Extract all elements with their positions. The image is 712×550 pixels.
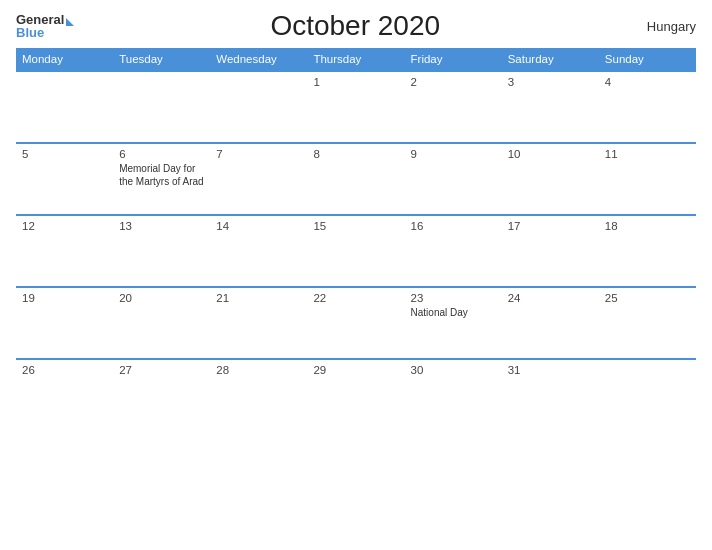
day-number: 22 [313, 292, 398, 304]
calendar-header-row: Monday Tuesday Wednesday Thursday Friday… [16, 48, 696, 71]
day-number: 1 [313, 76, 398, 88]
table-row: 23National Day [405, 287, 502, 359]
table-row: 28 [210, 359, 307, 431]
day-number: 9 [411, 148, 496, 160]
table-row: 2 [405, 71, 502, 143]
table-row: 10 [502, 143, 599, 215]
day-number: 12 [22, 220, 107, 232]
table-row [113, 71, 210, 143]
table-row: 9 [405, 143, 502, 215]
day-number: 19 [22, 292, 107, 304]
day-number: 29 [313, 364, 398, 376]
calendar-row: 1234 [16, 71, 696, 143]
day-number: 31 [508, 364, 593, 376]
table-row: 15 [307, 215, 404, 287]
day-number: 4 [605, 76, 690, 88]
day-number: 24 [508, 292, 593, 304]
table-row: 20 [113, 287, 210, 359]
table-row: 19 [16, 287, 113, 359]
calendar-row: 12131415161718 [16, 215, 696, 287]
table-row: 11 [599, 143, 696, 215]
day-number: 28 [216, 364, 301, 376]
table-row: 5 [16, 143, 113, 215]
logo-triangle-icon [66, 18, 74, 26]
country-label: Hungary [636, 19, 696, 34]
day-number: 11 [605, 148, 690, 160]
table-row: 7 [210, 143, 307, 215]
day-number: 18 [605, 220, 690, 232]
logo-blue: Blue [16, 26, 44, 39]
day-number: 21 [216, 292, 301, 304]
table-row: 3 [502, 71, 599, 143]
calendar-row: 1920212223National Day2425 [16, 287, 696, 359]
day-number: 3 [508, 76, 593, 88]
table-row [210, 71, 307, 143]
day-number: 17 [508, 220, 593, 232]
calendar-row: 262728293031 [16, 359, 696, 431]
table-row [599, 359, 696, 431]
table-row: 18 [599, 215, 696, 287]
table-row: 12 [16, 215, 113, 287]
day-number: 30 [411, 364, 496, 376]
table-row: 16 [405, 215, 502, 287]
day-number: 5 [22, 148, 107, 160]
table-row: 21 [210, 287, 307, 359]
day-number: 10 [508, 148, 593, 160]
day-number: 6 [119, 148, 204, 160]
table-row: 26 [16, 359, 113, 431]
page-header: General Blue October 2020 Hungary [16, 10, 696, 42]
event-label: National Day [411, 306, 496, 319]
col-tuesday: Tuesday [113, 48, 210, 71]
col-saturday: Saturday [502, 48, 599, 71]
day-number: 7 [216, 148, 301, 160]
table-row: 30 [405, 359, 502, 431]
table-row: 17 [502, 215, 599, 287]
table-row: 14 [210, 215, 307, 287]
table-row: 25 [599, 287, 696, 359]
day-number: 2 [411, 76, 496, 88]
col-thursday: Thursday [307, 48, 404, 71]
table-row [16, 71, 113, 143]
table-row: 24 [502, 287, 599, 359]
page-title: October 2020 [74, 10, 636, 42]
table-row: 4 [599, 71, 696, 143]
day-number: 14 [216, 220, 301, 232]
table-row: 8 [307, 143, 404, 215]
col-wednesday: Wednesday [210, 48, 307, 71]
col-friday: Friday [405, 48, 502, 71]
day-number: 20 [119, 292, 204, 304]
day-number: 13 [119, 220, 204, 232]
day-number: 25 [605, 292, 690, 304]
table-row: 13 [113, 215, 210, 287]
table-row: 1 [307, 71, 404, 143]
col-sunday: Sunday [599, 48, 696, 71]
table-row: 29 [307, 359, 404, 431]
table-row: 6Memorial Day for the Martyrs of Arad [113, 143, 210, 215]
day-number: 27 [119, 364, 204, 376]
calendar-row: 56Memorial Day for the Martyrs of Arad78… [16, 143, 696, 215]
table-row: 27 [113, 359, 210, 431]
table-row: 31 [502, 359, 599, 431]
event-label: Memorial Day for the Martyrs of Arad [119, 162, 204, 188]
day-number: 15 [313, 220, 398, 232]
day-number: 8 [313, 148, 398, 160]
day-number: 23 [411, 292, 496, 304]
day-number: 26 [22, 364, 107, 376]
table-row: 22 [307, 287, 404, 359]
col-monday: Monday [16, 48, 113, 71]
logo: General Blue [16, 13, 74, 39]
day-number: 16 [411, 220, 496, 232]
calendar-table: Monday Tuesday Wednesday Thursday Friday… [16, 48, 696, 431]
